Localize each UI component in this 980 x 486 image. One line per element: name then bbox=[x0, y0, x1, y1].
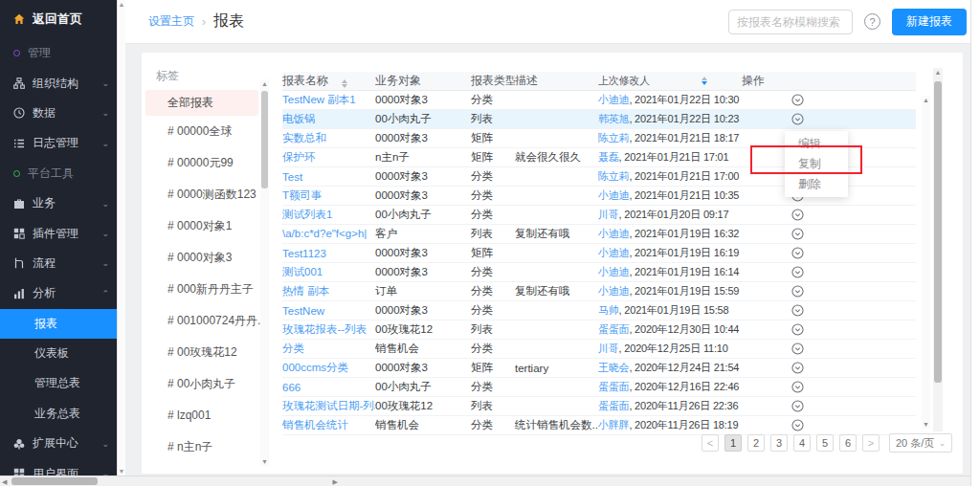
modifier-link[interactable]: 陈立莉 bbox=[598, 132, 629, 144]
horizontal-scrollbar[interactable]: ◀ ▶ bbox=[0, 475, 341, 486]
modifier-link[interactable]: 马帅 bbox=[598, 304, 619, 316]
column-header-上次修改人[interactable]: 上次修改人 bbox=[598, 74, 742, 88]
table-scrollbar[interactable]: ▲ ▼ bbox=[922, 96, 930, 429]
table-row[interactable]: 电饭锅00小肉丸子列表韩英旭, 2021年01月22日 10:23 bbox=[282, 110, 916, 129]
table-row[interactable]: 热情 副本订单分类复制还有哦小迪迪, 2021年01月19日 15:59 bbox=[282, 282, 916, 301]
scroll-down-arrow-icon[interactable]: ▼ bbox=[118, 468, 125, 475]
tag-item[interactable]: # 00000全球 bbox=[142, 116, 276, 147]
tag-item[interactable]: 全部报表 bbox=[145, 90, 258, 116]
modifier-link[interactable]: 聂磊 bbox=[598, 151, 619, 163]
row-actions-dropdown-icon[interactable] bbox=[791, 400, 804, 412]
modifier-link[interactable]: 小迪迪 bbox=[598, 189, 629, 201]
table-row[interactable]: 销售机会统计销售机会分类统计销售机会数...小胖胖, 2020年11月26日 1… bbox=[282, 416, 916, 435]
scroll-up-arrow-icon[interactable]: ▲ bbox=[933, 69, 943, 76]
tag-item[interactable]: # 0000测函数123 bbox=[142, 179, 276, 210]
modifier-link[interactable]: 蛋蛋面 bbox=[598, 323, 629, 335]
table-row[interactable]: \a/b:c*d?e"f<g>h| 【...客户列表复制还有哦小迪迪, 2021… bbox=[282, 225, 916, 244]
row-actions-dropdown-icon[interactable] bbox=[791, 266, 804, 278]
column-header-报表名称[interactable]: 报表名称 bbox=[282, 73, 375, 89]
table-row[interactable]: TestNew0000对象3分类马帅, 2021年01月19日 15:58 bbox=[282, 301, 916, 320]
modifier-link[interactable]: 韩英旭 bbox=[598, 113, 629, 124]
scroll-up-arrow-icon[interactable]: ▲ bbox=[260, 80, 269, 87]
scroll-down-arrow-icon[interactable]: ▼ bbox=[922, 421, 930, 428]
report-name-link[interactable]: 销售机会统计 bbox=[282, 419, 348, 431]
report-name-link[interactable]: 分类 bbox=[282, 342, 304, 354]
modifier-link[interactable]: 小迪迪 bbox=[598, 285, 629, 297]
menu-item-编辑[interactable]: 编辑 bbox=[785, 134, 848, 154]
report-name-link[interactable]: 000ccms分类 bbox=[282, 362, 348, 373]
page-button-2[interactable]: 2 bbox=[747, 434, 765, 452]
report-name-link[interactable]: 666 bbox=[282, 382, 301, 393]
sidebar-item-流程[interactable]: 流程⌄ bbox=[0, 249, 117, 278]
report-name-link[interactable]: 实数总和 bbox=[282, 132, 326, 144]
new-report-button[interactable]: 新建报表 bbox=[892, 9, 967, 35]
table-row[interactable]: TestNew 副本10000对象3分类小迪迪, 2021年01月22日 10:… bbox=[282, 91, 916, 110]
sidebar-item-分析[interactable]: 分析⌃ bbox=[0, 278, 117, 308]
scroll-right-arrow-icon[interactable]: ▶ bbox=[333, 476, 338, 486]
table-row[interactable]: 分类销售机会分类川哥, 2020年12月25日 11:10 bbox=[282, 340, 916, 359]
scroll-up-arrow-icon[interactable]: ▲ bbox=[118, 1, 125, 8]
row-actions-dropdown-icon[interactable] bbox=[791, 362, 804, 374]
report-name-link[interactable]: Test bbox=[282, 171, 302, 183]
sort-icon[interactable] bbox=[342, 79, 347, 88]
sidebar-item-插件管理[interactable]: 插件管理⌄ bbox=[0, 218, 117, 248]
scroll-left-arrow-icon[interactable]: ◀ bbox=[2, 476, 7, 486]
sidebar-item-管理总表[interactable]: 管理总表 bbox=[0, 368, 117, 398]
report-name-link[interactable]: TestNew 副本1 bbox=[282, 94, 356, 105]
next-page-button[interactable]: > bbox=[862, 434, 880, 452]
tag-item[interactable]: # 00000元99 bbox=[142, 147, 276, 179]
tag-item[interactable]: # 000新丹丹主子 bbox=[142, 274, 276, 305]
tag-panel-scrollbar[interactable]: ▲ ▼ bbox=[260, 79, 269, 466]
report-name-link[interactable]: 保护环 bbox=[282, 151, 316, 163]
sidebar-item-用户界面[interactable]: 用户界面⌄ bbox=[0, 458, 117, 475]
scrollbar-thumb[interactable] bbox=[11, 477, 98, 485]
tag-item[interactable]: # 00小肉丸子 bbox=[142, 368, 276, 400]
row-actions-dropdown-icon[interactable] bbox=[791, 228, 804, 240]
page-button-3[interactable]: 3 bbox=[770, 434, 788, 452]
modifier-link[interactable]: 小迪迪 bbox=[598, 266, 629, 277]
modifier-link[interactable]: 川哥 bbox=[598, 209, 619, 220]
table-row[interactable]: 玫瑰花测试日期-列表00玫瑰花12列表蛋蛋面, 2020年11月26日 22:3… bbox=[282, 397, 916, 416]
report-name-link[interactable]: \a/b:c*d?e"f<g>h| 【... bbox=[282, 228, 375, 239]
report-name-link[interactable]: 玫瑰花测试日期-列表 bbox=[282, 400, 375, 411]
tag-item[interactable]: # n主n子 bbox=[142, 431, 276, 463]
menu-item-删除[interactable]: 删除 bbox=[785, 174, 848, 194]
breadcrumb-parent-link[interactable]: 设置主页 bbox=[148, 13, 194, 30]
report-name-link[interactable]: 测试001 bbox=[282, 266, 323, 277]
report-name-link[interactable]: 测试列表1 bbox=[282, 209, 332, 220]
row-actions-dropdown-icon[interactable] bbox=[791, 419, 804, 431]
sidebar-item-业务总表[interactable]: 业务总表 bbox=[0, 399, 117, 429]
tag-item[interactable]: # lzq001 bbox=[142, 400, 276, 431]
row-actions-dropdown-icon[interactable] bbox=[791, 285, 804, 298]
row-actions-dropdown-icon[interactable] bbox=[791, 209, 804, 221]
table-row[interactable]: 测试列表100小肉丸子分类川哥, 2021年01月20日 09:17 bbox=[282, 206, 916, 225]
sidebar-item-业务[interactable]: 业务⌄ bbox=[0, 188, 117, 218]
row-actions-dropdown-icon[interactable] bbox=[791, 323, 804, 336]
sidebar-item-日志管理[interactable]: 日志管理⌄ bbox=[0, 128, 117, 158]
help-icon[interactable]: ? bbox=[864, 13, 880, 30]
tag-item[interactable]: # 0000对象3 bbox=[142, 242, 276, 274]
report-name-link[interactable]: Test1123 bbox=[282, 248, 326, 259]
modifier-link[interactable]: 小迪迪 bbox=[598, 247, 629, 258]
table-row[interactable]: 66600小肉丸子分类蛋蛋面, 2020年12月16日 22:46 bbox=[282, 378, 916, 397]
scrollbar-thumb[interactable] bbox=[934, 81, 942, 383]
table-row[interactable]: 测试0010000对象3分类小迪迪, 2021年01月19日 16:14 bbox=[282, 263, 916, 282]
sidebar-home-link[interactable]: 返回首页 bbox=[0, 0, 117, 38]
sidebar-item-组织结构[interactable]: 组织结构⌄ bbox=[0, 68, 117, 98]
tag-item[interactable]: # 001000724丹丹... bbox=[142, 305, 276, 337]
page-button-5[interactable]: 5 bbox=[816, 434, 834, 452]
sidebar-item-数据[interactable]: 数据⌄ bbox=[0, 99, 117, 128]
row-actions-dropdown-icon[interactable] bbox=[791, 113, 804, 125]
report-name-link[interactable]: T额司事 bbox=[282, 189, 323, 201]
prev-page-button[interactable]: < bbox=[702, 434, 719, 452]
tag-item[interactable]: # 0000对象1 bbox=[142, 210, 276, 242]
card-scrollbar[interactable]: ▲ bbox=[933, 68, 943, 431]
page-size-select[interactable]: 20 条/页⌄ bbox=[889, 433, 952, 453]
tag-item[interactable]: # PIPI bbox=[142, 463, 276, 474]
sort-icon[interactable] bbox=[702, 77, 707, 85]
report-name-link[interactable]: 热情 副本 bbox=[282, 285, 329, 297]
report-name-link[interactable]: 玫瑰花报表--列表 bbox=[282, 323, 367, 335]
modifier-link[interactable]: 小胖胖 bbox=[598, 419, 629, 431]
modifier-link[interactable]: 川哥 bbox=[598, 342, 619, 354]
modifier-link[interactable]: 王晓会 bbox=[598, 362, 629, 373]
